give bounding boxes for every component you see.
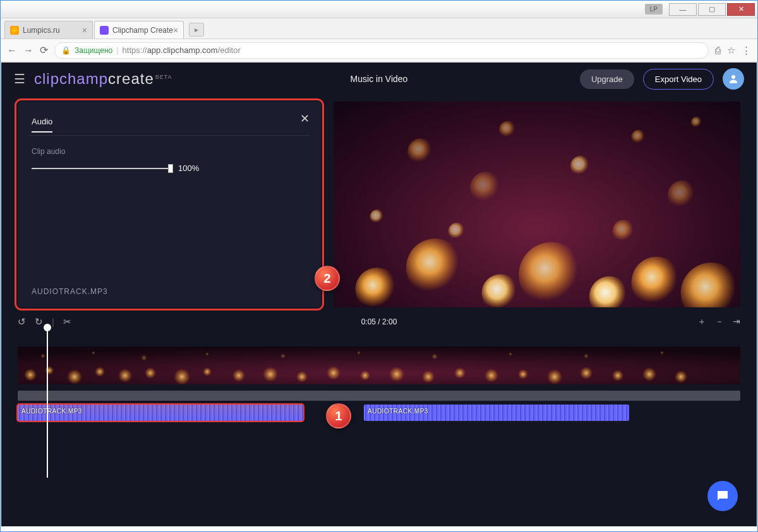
lock-icon: 🔒 [61, 46, 71, 55]
playhead-knob[interactable] [44, 324, 51, 331]
panel-tab-audio[interactable]: Audio [32, 117, 52, 133]
audio-clip-label: AUDIOTRACK.MP3 [21, 408, 82, 415]
reload-icon[interactable]: ⟳ [40, 44, 48, 56]
timeline-controls: ↺ ↻ | ✂ 0:05 / 2:00 ＋ － ⇥ [1, 307, 757, 331]
svg-point-16 [691, 117, 702, 128]
callout-badge-2: 2 [315, 266, 340, 291]
new-tab-button[interactable]: ▸ [189, 23, 204, 37]
fit-icon[interactable]: ⇥ [733, 316, 740, 328]
url-host: app.clipchamp.com [147, 45, 218, 55]
translate-icon[interactable]: ⎙ [715, 45, 721, 56]
svg-point-36 [484, 369, 498, 382]
tab-lumpics[interactable]: Lumpics.ru × [4, 21, 93, 38]
svg-point-35 [454, 367, 466, 379]
svg-point-45 [141, 355, 147, 361]
svg-point-34 [422, 370, 435, 383]
url-scheme: https:// [123, 45, 147, 55]
volume-slider[interactable] [32, 168, 171, 169]
svg-point-18 [613, 220, 636, 243]
support-chat-button[interactable] [707, 481, 738, 511]
secure-label: Защищено [75, 46, 112, 55]
svg-point-17 [448, 223, 466, 240]
svg-point-14 [668, 180, 697, 210]
audio-clip-1[interactable]: AUDIOTRACK.MP3 [18, 405, 303, 421]
svg-point-3 [406, 239, 464, 297]
cut-icon[interactable]: ✂ [63, 316, 71, 328]
svg-point-46 [205, 352, 209, 356]
maximize-button[interactable]: ▢ [698, 3, 726, 16]
svg-point-52 [660, 351, 664, 355]
svg-point-44 [92, 351, 95, 355]
playhead[interactable] [47, 329, 48, 478]
favicon-icon [100, 26, 109, 35]
svg-point-43 [40, 353, 45, 358]
svg-point-41 [642, 367, 656, 381]
divider [29, 135, 310, 136]
video-thumbnails [18, 346, 740, 384]
audio-clip-2[interactable]: AUDIOTRACK.MP3 [364, 405, 629, 421]
favicon-icon [10, 26, 19, 35]
close-window-button[interactable]: ✕ [727, 3, 755, 16]
star-icon[interactable]: ☆ [727, 45, 735, 56]
logo-beta: BETA [155, 74, 172, 80]
svg-point-15 [370, 210, 385, 224]
svg-point-9 [407, 138, 433, 164]
zoom-out-icon[interactable]: － [715, 316, 724, 328]
avatar[interactable] [723, 68, 744, 90]
hamburger-icon[interactable]: ☰ [14, 71, 25, 86]
time-ruler[interactable] [18, 334, 740, 346]
svg-point-25 [145, 367, 156, 379]
logo-brand: clipchamp [34, 70, 108, 88]
callout-badge-1: 1 [326, 403, 351, 429]
svg-point-30 [296, 371, 308, 382]
zoom-in-icon[interactable]: ＋ [697, 316, 706, 328]
svg-point-31 [327, 366, 340, 380]
audio-track[interactable]: AUDIOTRACK.MP3 AUDIOTRACK.MP3 [18, 405, 740, 421]
svg-point-39 [580, 367, 593, 379]
slider-thumb[interactable] [168, 164, 173, 173]
user-icon [728, 73, 739, 85]
svg-point-7 [632, 257, 683, 307]
back-icon[interactable]: ← [7, 45, 17, 56]
close-tab-icon[interactable]: × [82, 25, 87, 35]
svg-point-37 [518, 369, 528, 379]
tab-clipchamp[interactable]: Clipchamp Create × [94, 21, 184, 38]
bokeh-preview-image [334, 102, 740, 307]
minimize-button[interactable]: — [669, 3, 697, 16]
svg-point-38 [547, 369, 562, 384]
svg-point-49 [431, 353, 438, 360]
svg-point-13 [632, 130, 646, 145]
address-bar[interactable]: 🔒 Защищено | https:// app.clipchamp.com … [54, 42, 709, 59]
svg-point-10 [499, 121, 517, 139]
logo-sub: create [108, 70, 154, 88]
close-panel-icon[interactable]: ✕ [300, 112, 310, 126]
svg-point-11 [470, 172, 502, 204]
menu-icon[interactable]: ⋮ [742, 45, 751, 56]
panel-filename: AUDIOTRACK.MP3 [32, 287, 108, 296]
svg-point-12 [570, 156, 591, 176]
undo-icon[interactable]: ↺ [18, 316, 26, 328]
video-track[interactable] [18, 346, 740, 384]
export-video-button[interactable]: Export Video [643, 69, 714, 90]
svg-point-32 [360, 370, 370, 381]
header-actions: Upgrade Export Video [580, 68, 744, 90]
upgrade-button[interactable]: Upgrade [580, 69, 634, 89]
chat-icon [715, 488, 730, 504]
profile-badge: LP [645, 4, 663, 15]
tab-label: Clipchamp Create [112, 26, 173, 35]
close-tab-icon[interactable]: × [173, 25, 178, 35]
svg-point-23 [95, 367, 105, 377]
svg-point-51 [584, 353, 589, 358]
svg-point-29 [263, 367, 278, 382]
divider: | [116, 45, 118, 55]
video-preview[interactable] [334, 102, 740, 307]
redo-icon[interactable]: ↻ [35, 316, 43, 328]
svg-point-33 [389, 367, 404, 382]
svg-point-27 [203, 367, 212, 376]
svg-point-0 [731, 75, 735, 79]
playback-time: 0:05 / 2:00 [361, 317, 397, 326]
forward-icon[interactable]: → [23, 45, 33, 56]
timeline[interactable]: AUDIOTRACK.MP3 AUDIOTRACK.MP3 [18, 334, 740, 421]
empty-track[interactable] [18, 391, 740, 401]
project-title[interactable]: Music in Video [351, 74, 408, 84]
